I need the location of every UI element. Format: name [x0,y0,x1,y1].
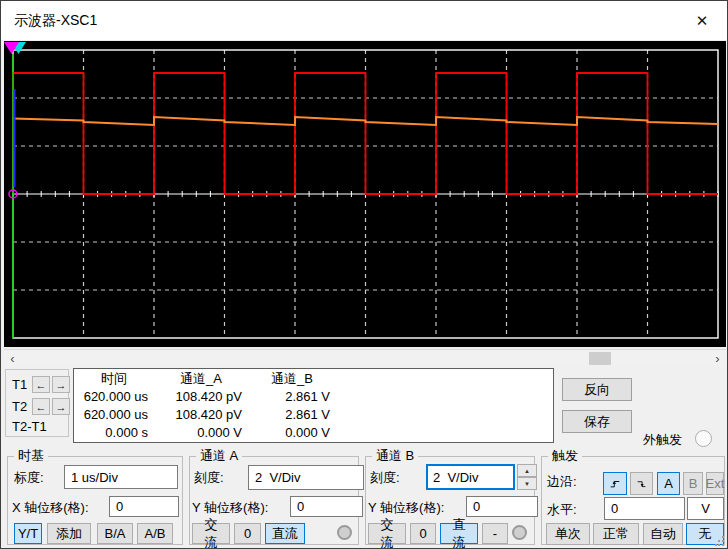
channel-b-title: 通道 B [372,448,418,463]
trigger-source-b-button[interactable]: B [683,472,703,495]
resize-grip[interactable] [715,536,724,545]
ba-mode-button[interactable]: B/A [97,523,133,544]
readout-value-cell: 2.861 V [248,406,336,424]
save-button[interactable]: 保存 [562,410,632,433]
channel-a-zero-button[interactable]: 0 [234,523,261,544]
readout-value-cell: 2.861 V [248,388,336,406]
readout-value-cell: 620.000 us [74,388,154,406]
add-mode-button[interactable]: 添加 [47,523,91,544]
rising-edge-button[interactable] [603,472,627,495]
scrollbar-thumb[interactable] [589,352,611,365]
reverse-button[interactable]: 反向 [562,378,632,401]
scroll-left-icon[interactable]: ‹ [4,350,21,367]
channel-a-ypos-label: Y 轴位移(格): [192,499,268,517]
window-title: 示波器-XSC1 [14,1,97,40]
channel-a-scale-input[interactable]: 2 V/Div [248,465,364,490]
readout-value-cell: 108.420 pV [154,388,248,406]
falling-edge-button[interactable] [630,472,653,495]
trigger-edge-label: 边沿: [547,473,577,491]
t2-left-button[interactable]: ← [32,398,50,415]
scope-hscrollbar[interactable]: ‹ › [4,349,726,366]
t2-right-button[interactable]: → [52,398,70,415]
spinner-up-icon[interactable]: ▲ [517,464,537,477]
t1-label: T1 [12,377,27,392]
t1-left-button[interactable]: ← [32,376,50,393]
t2-label: T2 [12,399,27,414]
falling-edge-icon [637,478,646,490]
channel-a-scale-label: 刻度: [194,469,224,487]
trigger-level-label: 水平: [547,501,577,519]
channel-b-group: 通道 B 刻度: 2 V/Div ▲ ▼ Y 轴位移(格): 0 交流 0 直流… [365,456,535,545]
trigger-level-unit-select[interactable]: V [687,497,724,520]
cursor-control-group: T1 ← → T2 ← → T2-T1 [5,369,69,437]
channel-b-ac-button[interactable]: 交流 [368,523,406,544]
titlebar: 示波器-XSC1 ✕ [1,1,727,40]
readout-header-cell: 时间 [74,370,154,388]
trigger-single-button[interactable]: 单次 [546,523,590,545]
timebase-group: 时基 标度: 1 us/Div X 轴位移(格): 0 Y/T 添加 B/A A… [7,456,183,545]
x-position-label: X 轴位移(格): [12,499,89,517]
x-position-input[interactable]: 0 [109,496,179,517]
channel-a-dc-button[interactable]: 直流 [265,523,305,544]
channel-b-terminal [512,525,527,540]
channel-b-ypos-label: Y 轴位移(格): [368,499,444,517]
channel-b-ypos-input[interactable]: 0 [466,496,538,517]
ab-mode-button[interactable]: A/B [137,523,173,544]
scope-display[interactable] [4,41,726,347]
yt-mode-button[interactable]: Y/T [14,523,42,544]
square-wave-trace [13,73,718,194]
readout-header-row: 时间通道_A通道_B [74,370,553,388]
cursor-readout-table: 时间通道_A通道_B620.000 us108.420 pV2.861 V620… [73,368,554,443]
readout-value-cell: 620.000 us [74,406,154,424]
channel-a-ac-button[interactable]: 交流 [192,523,230,544]
channel-b-scale-input[interactable]: 2 V/Div [426,464,515,490]
channel-a-ypos-input[interactable]: 0 [290,496,363,517]
channel-b-zero-button[interactable]: 0 [410,523,436,544]
channel-b-dc-button[interactable]: 直流 [440,523,478,544]
trigger-source-a-button[interactable]: A [657,472,680,495]
readout-value-row: 620.000 us108.420 pV2.861 V [74,388,553,406]
channel-b-minus-button[interactable]: - [482,523,508,544]
scope-graticule [4,41,726,347]
t1-right-button[interactable]: → [52,376,70,393]
trigger-level-input[interactable]: 0 [604,497,685,520]
readout-value-cell: 108.420 pV [154,406,248,424]
readout-value-cell: 0.000 V [154,424,248,442]
t2-t1-label: T2-T1 [12,419,47,434]
readout-value-row: 620.000 us108.420 pV2.861 V [74,406,553,424]
trigger-auto-button[interactable]: 自动 [643,523,683,545]
trigger-group: 触发 边沿: A B Ext 水平: 0 V 单次 正常 自动 无 [541,456,725,545]
scroll-right-icon[interactable]: › [709,350,726,367]
trigger-title: 触发 [548,448,582,463]
timebase-scale-label: 标度: [14,469,44,487]
close-icon[interactable]: ✕ [681,4,723,37]
ext-trigger-terminal [695,430,712,447]
channel-a-title: 通道 A [196,448,242,463]
rising-edge-icon [610,478,620,490]
oscilloscope-window: 示波器-XSC1 ✕ ‹ › T1 ← → T2 ← → T2-T1 时间通道_… [0,0,728,549]
channel-a-terminal [337,525,352,540]
timebase-title: 时基 [14,448,48,463]
channel-b-scale-label: 刻度: [370,469,400,487]
ext-trigger-label: 外触发 [643,431,682,449]
timebase-scale-input[interactable]: 1 us/Div [64,465,178,489]
readout-header-cell: 通道_B [248,370,336,388]
readout-header-cell: 通道_A [154,370,248,388]
readout-value-cell: 0.000 V [248,424,336,442]
spinner-down-icon[interactable]: ▼ [517,477,537,490]
readout-value-row: 0.000 s0.000 V0.000 V [74,424,553,442]
trigger-normal-button[interactable]: 正常 [593,523,639,545]
channel-b-scale-spinner: ▲ ▼ [517,464,537,490]
trigger-source-ext-button[interactable]: Ext [706,472,724,495]
readout-value-cell: 0.000 s [74,424,154,442]
channel-a-group: 通道 A 刻度: 2 V/Div Y 轴位移(格): 0 交流 0 直流 [189,456,359,545]
